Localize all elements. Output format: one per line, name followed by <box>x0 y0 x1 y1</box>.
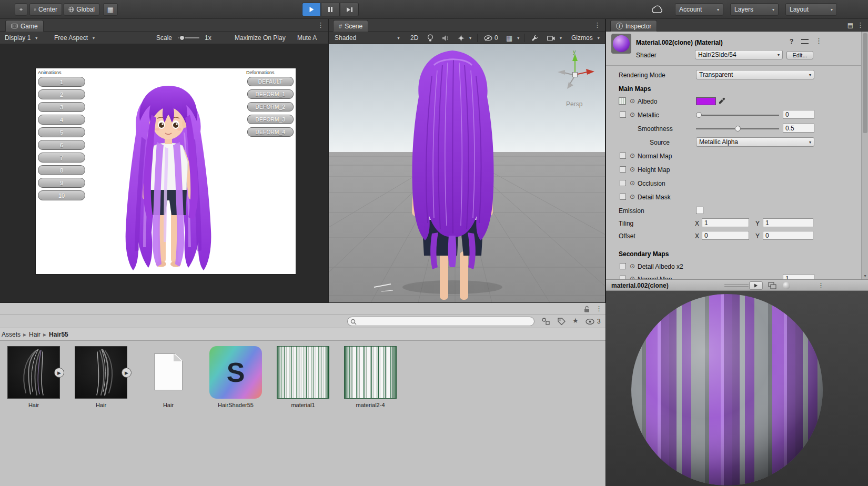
axis-y-cone[interactable] <box>572 54 578 61</box>
secondary-normal-texture-slot[interactable] <box>620 276 626 279</box>
animation-button-2[interactable]: 2 <box>38 89 85 99</box>
help-icon[interactable]: ? <box>790 38 793 45</box>
display-dropdown[interactable]: Display 1▾ <box>3 32 39 44</box>
gizmo-center-cube[interactable] <box>573 73 578 77</box>
eyedropper-icon[interactable] <box>718 97 726 105</box>
lock-icon[interactable] <box>584 306 590 312</box>
hidden-count-eye-icon[interactable] <box>586 319 594 325</box>
asset-thumbnail[interactable] <box>277 346 329 399</box>
animation-button-7[interactable]: 7 <box>38 153 85 163</box>
inspector-scroll-thumb[interactable] <box>863 33 867 133</box>
asset-thumbnail[interactable]: ▶ <box>75 346 127 399</box>
secondary-normal-value-field[interactable]: 1 <box>783 274 814 279</box>
shader-edit-button[interactable]: Edit... <box>786 51 813 59</box>
scene-menu-kebab[interactable]: ⋮ <box>594 21 601 29</box>
emission-checkbox[interactable] <box>696 207 703 214</box>
aspect-dropdown[interactable]: Free Aspect▾ <box>53 32 96 44</box>
detail-mask-texture-slot[interactable] <box>620 194 626 200</box>
global-local-toggle[interactable]: Global <box>64 3 99 16</box>
game-menu-kebab[interactable]: ⋮ <box>317 21 324 29</box>
smoothness-value-field[interactable]: 0.5 <box>783 124 814 133</box>
animation-button-4[interactable]: 4 <box>38 115 85 125</box>
smoothness-slider[interactable] <box>696 128 779 129</box>
smoothness-slider-knob[interactable] <box>735 126 741 131</box>
albedo-object-picker-icon[interactable]: ⊙ <box>630 97 635 105</box>
maximize-on-play-toggle[interactable]: Maximize On Play <box>233 32 287 44</box>
animation-button-3[interactable]: 3 <box>38 102 85 112</box>
scene-fx-dropdown[interactable]: ▾ <box>456 32 473 44</box>
tab-scene[interactable]: # Scene <box>333 20 368 32</box>
pivot-center-toggle[interactable]: Center <box>29 3 62 16</box>
material-preview-area[interactable] <box>606 291 868 486</box>
tiling-y-field[interactable]: 1 <box>763 218 813 227</box>
expand-subassets-button[interactable]: ▶ <box>122 368 132 378</box>
normal-map-texture-slot[interactable] <box>620 153 626 159</box>
step-button[interactable] <box>340 3 359 16</box>
scene-orientation-gizmo[interactable]: y Persp <box>552 47 602 113</box>
inspector-menu-kebab[interactable]: ⋮ <box>857 21 864 29</box>
height-map-object-picker-icon[interactable]: ⊙ <box>630 166 635 173</box>
asset-hair-file[interactable]: Hair <box>141 346 196 408</box>
breadcrumb-item-hair55[interactable]: Hair55 <box>49 331 68 338</box>
axis-x-cone[interactable] <box>586 69 594 75</box>
axis-negx-cone[interactable] <box>558 70 565 75</box>
source-dropdown[interactable]: Metallic Alpha▾ <box>696 137 814 147</box>
asset-material2-4[interactable]: material2-4 <box>343 346 398 408</box>
cloud-collab-button[interactable] <box>651 5 663 14</box>
move-tool-button[interactable] <box>15 3 27 16</box>
secondary-normal-object-picker-icon[interactable]: ⊙ <box>630 275 635 279</box>
detail-mask-object-picker-icon[interactable]: ⊙ <box>630 193 635 200</box>
shader-dropdown[interactable]: Hair/2Side/54▾ <box>695 50 783 59</box>
preview-kebab[interactable]: ⋮ <box>817 281 824 289</box>
albedo-texture-slot[interactable] <box>619 97 626 105</box>
breadcrumb-item-assets[interactable]: Assets <box>2 331 21 338</box>
metallic-texture-slot[interactable] <box>620 112 626 118</box>
layers-dropdown[interactable]: Layers▾ <box>730 3 779 16</box>
scale-slider-knob[interactable] <box>179 35 185 40</box>
search-by-label-icon[interactable] <box>558 318 566 325</box>
2d-toggle[interactable]: 2D <box>409 32 420 44</box>
metallic-value-field[interactable]: 0 <box>783 110 814 119</box>
scene-grid-dropdown[interactable]: ▦ ▾ <box>504 32 521 44</box>
occlusion-object-picker-icon[interactable]: ⊙ <box>630 179 635 187</box>
material-preview-bar[interactable]: material.002(clone) ⋮ <box>606 279 868 291</box>
preview-layers-icon[interactable] <box>768 282 776 289</box>
asset-thumbnail[interactable]: ▶ <box>7 346 60 399</box>
presets-icon[interactable] <box>801 39 809 44</box>
scene-content[interactable]: y Persp <box>329 44 605 302</box>
asset-thumbnail[interactable] <box>344 346 397 399</box>
occlusion-texture-slot[interactable] <box>620 180 626 186</box>
animation-button-8[interactable]: 8 <box>38 165 85 175</box>
asset-material1[interactable]: material1 <box>276 346 330 408</box>
project-menu-kebab[interactable]: ⋮ <box>596 305 602 312</box>
dock-icon[interactable]: ▤ <box>847 22 853 29</box>
layout-dropdown[interactable]: Layout▾ <box>785 3 837 16</box>
metallic-slider-knob[interactable] <box>696 112 702 118</box>
animation-button-5[interactable]: 5 <box>38 127 85 137</box>
deform-button-4[interactable]: DEFORM_4 <box>247 127 294 137</box>
asset-thumbnail[interactable] <box>142 346 195 399</box>
search-input[interactable] <box>358 318 527 325</box>
scale-slider[interactable] <box>177 32 201 44</box>
albedo-color-swatch[interactable] <box>696 97 716 105</box>
detail-albedo-object-picker-icon[interactable]: ⊙ <box>630 262 635 270</box>
asset-hair-model-2[interactable]: ▶ Hair <box>74 346 128 408</box>
offset-x-field[interactable]: 0 <box>702 231 749 240</box>
deform-button-2[interactable]: DEFORM_2 <box>247 102 294 112</box>
scroll-down-arrow[interactable]: ▾ <box>862 272 868 279</box>
asset-hair-model-1[interactable]: ▶ Hair <box>6 346 61 408</box>
animation-button-9[interactable]: 9 <box>38 178 85 188</box>
metallic-object-picker-icon[interactable]: ⊙ <box>630 111 635 118</box>
gizmos-dropdown[interactable]: Gizmos▾ <box>570 32 601 44</box>
search-by-type-icon[interactable] <box>542 318 550 325</box>
preview-lighting-icon[interactable] <box>783 282 790 289</box>
animation-button-1[interactable]: 1 <box>38 77 85 87</box>
normal-map-object-picker-icon[interactable]: ⊙ <box>630 152 635 159</box>
scene-tools-button[interactable] <box>530 32 540 44</box>
asset-hairshader55[interactable]: S HairShader55 <box>208 346 263 408</box>
height-map-texture-slot[interactable] <box>620 166 626 173</box>
snap-grid-button[interactable]: ▦ <box>103 3 118 16</box>
rendering-mode-dropdown[interactable]: Transparent▾ <box>696 70 814 79</box>
scene-visibility-toggle[interactable]: 0 <box>482 32 500 44</box>
animation-button-6[interactable]: 6 <box>38 140 85 150</box>
